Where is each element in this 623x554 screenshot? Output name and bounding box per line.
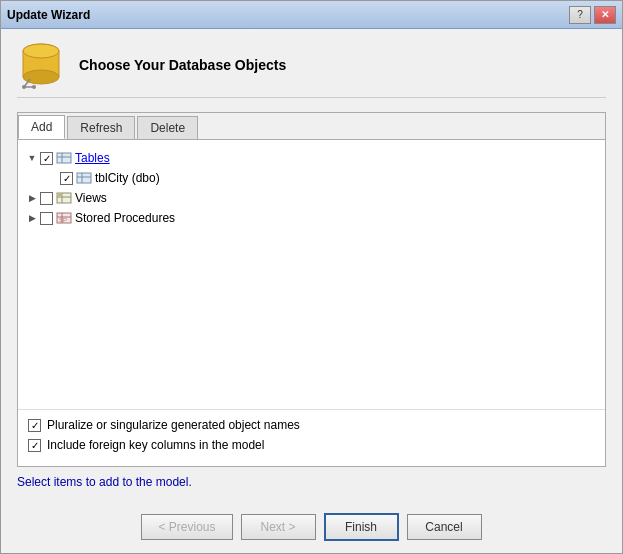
tables-icon [56,150,72,166]
tables-children: ▶ tblCity (dbo) [26,168,597,188]
close-button[interactable]: ✕ [594,6,616,24]
tblcity-checkbox[interactable] [60,172,73,185]
titlebar-buttons: ? ✕ [569,6,616,24]
tree-node-stored-procedures: ▶ SP Stored Procedures [26,208,597,228]
tree-node-views: ▶ Views [26,188,597,208]
tree-node-tblcity: ▶ tblCity (dbo) [46,168,597,188]
svg-text:SP: SP [59,217,67,223]
options-area: Pluralize or singularize generated objec… [18,409,605,466]
footer: < Previous Next > Finish Cancel [1,501,622,553]
foreign-key-label: Include foreign key columns in the model [47,438,264,452]
window-title: Update Wizard [7,8,569,22]
main-content: Choose Your Database Objects Add Refresh… [1,29,622,501]
views-icon [56,190,72,206]
tab-container: Add Refresh Delete ▼ [17,112,606,467]
finish-button[interactable]: Finish [324,513,399,541]
foreign-key-checkbox[interactable] [28,439,41,452]
svg-rect-10 [57,153,71,163]
update-wizard-window: Update Wizard ? ✕ [0,0,623,554]
expand-views-arrow[interactable]: ▶ [26,192,38,204]
option-row-pluralize: Pluralize or singularize generated objec… [28,418,595,432]
svg-point-8 [22,85,26,89]
expand-tables-arrow[interactable]: ▼ [26,152,38,164]
sp-label: Stored Procedures [75,211,175,225]
tables-label: Tables [75,151,110,165]
tree-node-tables: ▼ Tables [26,148,597,168]
pluralize-label: Pluralize or singularize generated objec… [47,418,300,432]
tblcity-label: tblCity (dbo) [95,171,160,185]
tab-add[interactable]: Add [18,115,65,139]
tabs-row: Add Refresh Delete [18,113,605,140]
views-checkbox[interactable] [40,192,53,205]
tab-refresh[interactable]: Refresh [67,116,135,139]
svg-rect-19 [58,194,61,196]
tab-delete[interactable]: Delete [137,116,198,139]
pluralize-checkbox[interactable] [28,419,41,432]
next-button[interactable]: Next > [241,514,316,540]
svg-rect-13 [77,173,91,183]
option-row-foreign-key: Include foreign key columns in the model [28,438,595,452]
sp-icon: SP [56,210,72,226]
svg-point-9 [32,85,36,89]
tree-area: ▼ Tables ▶ [18,140,605,409]
sp-checkbox[interactable] [40,212,53,225]
help-button[interactable]: ? [569,6,591,24]
status-text: Select items to add to the model. [17,475,606,489]
views-label: Views [75,191,107,205]
tables-checkbox[interactable] [40,152,53,165]
titlebar: Update Wizard ? ✕ [1,1,622,29]
database-icon [17,41,65,89]
svg-point-5 [23,44,59,58]
expand-sp-arrow[interactable]: ▶ [26,212,38,224]
page-title: Choose Your Database Objects [79,57,286,73]
header-area: Choose Your Database Objects [17,41,606,98]
cancel-button[interactable]: Cancel [407,514,482,540]
previous-button[interactable]: < Previous [141,514,232,540]
tblcity-icon [76,170,92,186]
